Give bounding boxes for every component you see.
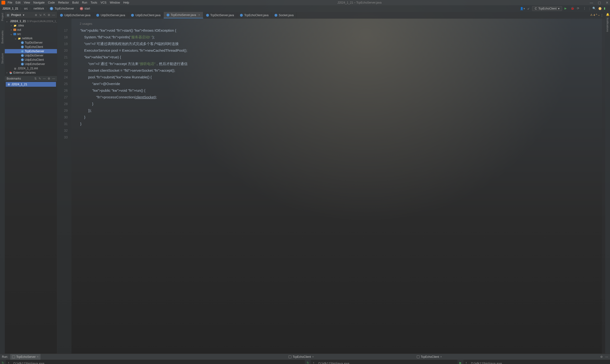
menu-code[interactable]: Code bbox=[48, 1, 55, 4]
console-output[interactable]: D:\jdk11\bin\java.exe ...服务器启动![/127.0.0… bbox=[12, 360, 305, 364]
run-tab[interactable]: TcpEchoClient× bbox=[415, 354, 444, 360]
tool-bookmarks[interactable]: Bookmarks bbox=[1, 30, 4, 44]
close-run-tab-icon[interactable]: × bbox=[37, 355, 39, 359]
code-editor[interactable]: 2 usages "kw">public "kw">void "fn">star… bbox=[71, 19, 602, 353]
list-icon: ≣ bbox=[8, 83, 10, 86]
ide-settings-icon[interactable]: ▮ bbox=[604, 7, 608, 11]
updates-icon[interactable] bbox=[598, 7, 601, 10]
tree-file-selected[interactable]: CTcpEchoServer bbox=[5, 49, 57, 53]
tree-iml[interactable]: ▦J2024_1_21.iml bbox=[5, 66, 57, 70]
breadcrumb-pkg[interactable]: netWork bbox=[34, 7, 44, 10]
breadcrumb-src[interactable]: src bbox=[24, 7, 28, 10]
settings-icon[interactable]: ⚙ bbox=[48, 13, 50, 17]
console-output[interactable]: D:\jdk11\bin\java.exe ...客户端启动！->hello，我… bbox=[316, 360, 457, 364]
close-run-tab-icon[interactable]: × bbox=[440, 355, 442, 359]
menu-help[interactable]: Help bbox=[123, 1, 129, 4]
chevron-down-icon[interactable]: ▾ bbox=[23, 13, 24, 17]
settings-icon[interactable]: ⚙ bbox=[48, 77, 50, 80]
hide-icon[interactable]: — bbox=[52, 13, 55, 17]
tree-file[interactable]: CUdpEchoServer bbox=[5, 62, 57, 66]
notifications-icon[interactable]: 🔔 bbox=[606, 13, 610, 16]
console-output[interactable]: D:\jdk11\bin\java.exe ...客户端启动！-> 一号你好，我… bbox=[469, 360, 610, 364]
up-icon[interactable]: ↑ bbox=[8, 361, 9, 364]
tree-src[interactable]: ⌄src bbox=[5, 32, 57, 36]
tree-file[interactable]: CUdpEchoClient bbox=[5, 58, 57, 62]
breadcrumb[interactable]: J2024_1_21 〉 src 〉 netWork 〉 C TcpEchoSe… bbox=[2, 7, 90, 11]
debug-button-icon[interactable]: 🐞 bbox=[571, 7, 574, 11]
inspection-badge[interactable]: ⚠ 4 ^ ⌄ bbox=[590, 13, 600, 16]
package-icon: 📁 bbox=[18, 37, 21, 40]
bookmark-item[interactable]: ≣ J2024_1_21 bbox=[6, 82, 56, 87]
menu-navigate[interactable]: Navigate bbox=[33, 1, 45, 4]
run-tab[interactable]: TcpEchoClient× bbox=[287, 354, 316, 360]
run-config-selector[interactable]: C TcpEchoClient ▾ bbox=[532, 6, 562, 11]
tab[interactable]: TcpEchoClient.java bbox=[237, 12, 272, 18]
menu-view[interactable]: View bbox=[24, 1, 30, 4]
search-icon[interactable]: 🔍 bbox=[592, 7, 596, 11]
menu-run[interactable]: Run bbox=[82, 1, 87, 4]
class-icon bbox=[96, 14, 99, 17]
filter-icon[interactable]: ⇅ bbox=[34, 77, 37, 80]
error-stripe[interactable] bbox=[602, 19, 605, 353]
up-icon[interactable]: ↑ bbox=[466, 361, 467, 364]
tool-project[interactable]: Project bbox=[1, 13, 4, 21]
project-tree[interactable]: ⌄ J2024_1_21 D:\Project\JAVA\J2024_1_...… bbox=[5, 18, 57, 76]
rerun-icon[interactable]: ▶ bbox=[459, 361, 462, 364]
tree-file[interactable]: CTcpEchoClient bbox=[5, 45, 57, 49]
tab[interactable]: TcpDictServer.java bbox=[203, 12, 237, 18]
class-icon: C bbox=[21, 63, 24, 65]
menu-window[interactable]: Window bbox=[110, 1, 120, 4]
tab[interactable]: Socket.java bbox=[272, 12, 297, 18]
breadcrumb-method[interactable]: start bbox=[85, 7, 90, 10]
tree-file[interactable]: CTcpDictServer bbox=[5, 40, 57, 45]
gutter[interactable]: 1718192021222324252627282930313233 bbox=[57, 19, 71, 353]
tool-structure[interactable]: Structure bbox=[1, 53, 4, 64]
expand-all-icon[interactable]: ⇲ bbox=[39, 13, 41, 17]
tree-file[interactable]: CUdpDictServer bbox=[5, 53, 57, 58]
menu-tools[interactable]: Tools bbox=[91, 1, 97, 4]
rerun-icon[interactable]: ↻ bbox=[306, 361, 310, 364]
tree-idea[interactable]: ›📁.idea bbox=[5, 23, 57, 28]
breadcrumb-project[interactable]: J2024_1_21 bbox=[2, 7, 18, 10]
tabs-more-icon[interactable]: ⋮ bbox=[600, 13, 603, 17]
tab[interactable]: UdpEchoClient.java bbox=[128, 12, 163, 18]
back-icon[interactable]: ↙ bbox=[527, 7, 530, 10]
tab[interactable]: UdpEchoServer.java bbox=[57, 12, 93, 18]
tab[interactable]: UdpDictServer.java bbox=[93, 12, 128, 18]
select-opened-icon[interactable]: ⊕ bbox=[35, 13, 37, 17]
run-hide-icon[interactable]: — bbox=[605, 355, 608, 359]
edit-icon[interactable]: ✎ bbox=[39, 77, 41, 80]
menu-vcs[interactable]: VCS bbox=[101, 1, 106, 4]
minimize-icon[interactable]: — bbox=[590, 1, 593, 4]
menu-file[interactable]: File bbox=[8, 1, 12, 4]
up-icon[interactable]: ↑ bbox=[313, 361, 314, 364]
tool-notifications[interactable]: Notifications bbox=[606, 18, 609, 32]
user-icon[interactable]: 👤▾ bbox=[520, 7, 525, 10]
menu-refactor[interactable]: Refactor bbox=[58, 1, 69, 4]
run-tab[interactable]: TcpEchoServer× bbox=[10, 354, 40, 360]
menu-edit[interactable]: Edit bbox=[15, 1, 21, 4]
delete-icon[interactable]: — bbox=[43, 77, 46, 80]
left-tool-rail: Project Bookmarks Structure bbox=[0, 12, 5, 353]
close-icon[interactable]: ✕ bbox=[606, 1, 609, 4]
collapse-all-icon[interactable]: ⇱ bbox=[43, 13, 46, 17]
maximize-icon[interactable]: ▢ bbox=[598, 1, 601, 4]
project-title[interactable]: Project bbox=[11, 13, 21, 17]
run-toolbar-2: ↑ ↓ ⇆ 🖶 🗑 📌 bbox=[464, 360, 469, 364]
coverage-icon[interactable]: ⟳ bbox=[577, 7, 581, 11]
rerun-icon[interactable]: ↻ bbox=[1, 361, 4, 364]
tab-active[interactable]: TcpEchoServer.java× bbox=[164, 12, 203, 18]
tree-out[interactable]: ›out bbox=[5, 28, 57, 32]
close-tab-icon[interactable]: × bbox=[198, 13, 200, 17]
tree-root[interactable]: ⌄ J2024_1_21 D:\Project\JAVA\J2024_1_... bbox=[5, 19, 57, 23]
tree-ext-lib[interactable]: ›📚External Libraries bbox=[5, 70, 57, 75]
run-button-icon[interactable]: ▶ bbox=[564, 7, 568, 11]
menu-build[interactable]: Build bbox=[72, 1, 79, 4]
method-icon: m bbox=[80, 7, 83, 10]
tree-pkg[interactable]: ⌄📁netWork bbox=[5, 36, 57, 40]
profile-icon[interactable]: ⋮ bbox=[583, 7, 587, 11]
breadcrumb-class[interactable]: TcpEchoServer bbox=[54, 7, 74, 10]
hide-icon[interactable]: — bbox=[52, 77, 55, 80]
close-run-tab-icon[interactable]: × bbox=[312, 355, 314, 359]
run-settings-icon[interactable]: ⚙ bbox=[600, 355, 603, 359]
